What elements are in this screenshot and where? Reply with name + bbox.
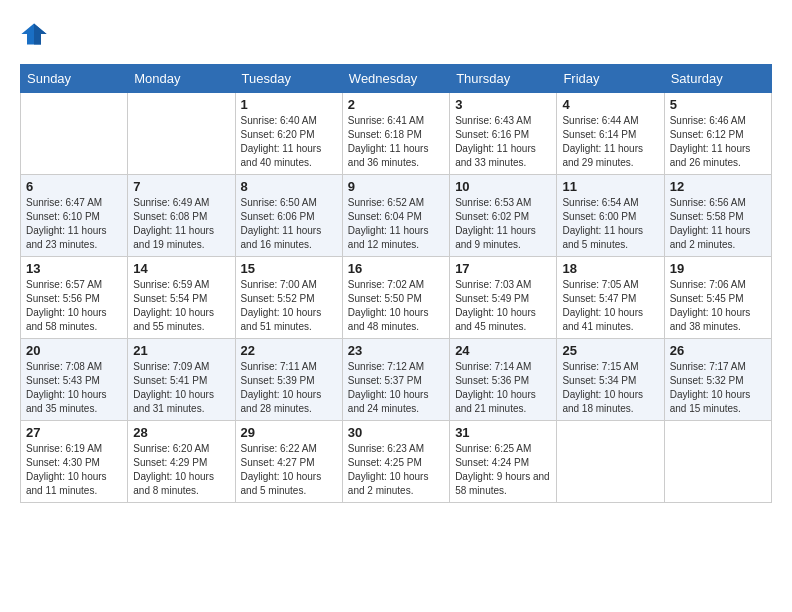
calendar-cell: 29Sunrise: 6:22 AM Sunset: 4:27 PM Dayli… [235, 421, 342, 503]
day-number: 9 [348, 179, 444, 194]
column-header-friday: Friday [557, 65, 664, 93]
calendar-cell: 13Sunrise: 6:57 AM Sunset: 5:56 PM Dayli… [21, 257, 128, 339]
day-number: 30 [348, 425, 444, 440]
day-info: Sunrise: 7:09 AM Sunset: 5:41 PM Dayligh… [133, 360, 229, 416]
day-number: 23 [348, 343, 444, 358]
day-info: Sunrise: 7:11 AM Sunset: 5:39 PM Dayligh… [241, 360, 337, 416]
day-number: 25 [562, 343, 658, 358]
calendar-cell: 22Sunrise: 7:11 AM Sunset: 5:39 PM Dayli… [235, 339, 342, 421]
calendar-cell: 20Sunrise: 7:08 AM Sunset: 5:43 PM Dayli… [21, 339, 128, 421]
calendar-week-2: 6Sunrise: 6:47 AM Sunset: 6:10 PM Daylig… [21, 175, 772, 257]
calendar-cell: 15Sunrise: 7:00 AM Sunset: 5:52 PM Dayli… [235, 257, 342, 339]
calendar-cell: 7Sunrise: 6:49 AM Sunset: 6:08 PM Daylig… [128, 175, 235, 257]
day-number: 27 [26, 425, 122, 440]
day-info: Sunrise: 7:00 AM Sunset: 5:52 PM Dayligh… [241, 278, 337, 334]
day-info: Sunrise: 6:19 AM Sunset: 4:30 PM Dayligh… [26, 442, 122, 498]
day-number: 20 [26, 343, 122, 358]
svg-marker-1 [34, 24, 47, 45]
calendar-cell: 10Sunrise: 6:53 AM Sunset: 6:02 PM Dayli… [450, 175, 557, 257]
day-number: 26 [670, 343, 766, 358]
calendar-cell: 31Sunrise: 6:25 AM Sunset: 4:24 PM Dayli… [450, 421, 557, 503]
day-info: Sunrise: 6:22 AM Sunset: 4:27 PM Dayligh… [241, 442, 337, 498]
day-number: 22 [241, 343, 337, 358]
day-info: Sunrise: 6:25 AM Sunset: 4:24 PM Dayligh… [455, 442, 551, 498]
day-info: Sunrise: 6:54 AM Sunset: 6:00 PM Dayligh… [562, 196, 658, 252]
calendar-cell: 12Sunrise: 6:56 AM Sunset: 5:58 PM Dayli… [664, 175, 771, 257]
day-info: Sunrise: 6:56 AM Sunset: 5:58 PM Dayligh… [670, 196, 766, 252]
day-info: Sunrise: 6:59 AM Sunset: 5:54 PM Dayligh… [133, 278, 229, 334]
day-info: Sunrise: 6:20 AM Sunset: 4:29 PM Dayligh… [133, 442, 229, 498]
day-info: Sunrise: 7:06 AM Sunset: 5:45 PM Dayligh… [670, 278, 766, 334]
column-header-wednesday: Wednesday [342, 65, 449, 93]
day-info: Sunrise: 6:57 AM Sunset: 5:56 PM Dayligh… [26, 278, 122, 334]
column-header-sunday: Sunday [21, 65, 128, 93]
calendar-cell: 26Sunrise: 7:17 AM Sunset: 5:32 PM Dayli… [664, 339, 771, 421]
calendar-cell: 30Sunrise: 6:23 AM Sunset: 4:25 PM Dayli… [342, 421, 449, 503]
calendar-week-4: 20Sunrise: 7:08 AM Sunset: 5:43 PM Dayli… [21, 339, 772, 421]
calendar-cell [557, 421, 664, 503]
day-number: 21 [133, 343, 229, 358]
logo-icon [20, 20, 48, 48]
calendar-cell: 3Sunrise: 6:43 AM Sunset: 6:16 PM Daylig… [450, 93, 557, 175]
calendar-cell: 8Sunrise: 6:50 AM Sunset: 6:06 PM Daylig… [235, 175, 342, 257]
day-number: 24 [455, 343, 551, 358]
day-info: Sunrise: 7:08 AM Sunset: 5:43 PM Dayligh… [26, 360, 122, 416]
column-header-monday: Monday [128, 65, 235, 93]
day-info: Sunrise: 6:47 AM Sunset: 6:10 PM Dayligh… [26, 196, 122, 252]
day-info: Sunrise: 6:46 AM Sunset: 6:12 PM Dayligh… [670, 114, 766, 170]
calendar-cell: 25Sunrise: 7:15 AM Sunset: 5:34 PM Dayli… [557, 339, 664, 421]
day-number: 1 [241, 97, 337, 112]
calendar-cell: 6Sunrise: 6:47 AM Sunset: 6:10 PM Daylig… [21, 175, 128, 257]
day-info: Sunrise: 7:15 AM Sunset: 5:34 PM Dayligh… [562, 360, 658, 416]
calendar-cell: 23Sunrise: 7:12 AM Sunset: 5:37 PM Dayli… [342, 339, 449, 421]
day-info: Sunrise: 6:41 AM Sunset: 6:18 PM Dayligh… [348, 114, 444, 170]
day-info: Sunrise: 7:05 AM Sunset: 5:47 PM Dayligh… [562, 278, 658, 334]
column-header-saturday: Saturday [664, 65, 771, 93]
calendar-cell: 28Sunrise: 6:20 AM Sunset: 4:29 PM Dayli… [128, 421, 235, 503]
day-info: Sunrise: 6:43 AM Sunset: 6:16 PM Dayligh… [455, 114, 551, 170]
day-number: 15 [241, 261, 337, 276]
day-info: Sunrise: 7:12 AM Sunset: 5:37 PM Dayligh… [348, 360, 444, 416]
day-number: 18 [562, 261, 658, 276]
day-info: Sunrise: 6:53 AM Sunset: 6:02 PM Dayligh… [455, 196, 551, 252]
calendar-cell: 2Sunrise: 6:41 AM Sunset: 6:18 PM Daylig… [342, 93, 449, 175]
day-info: Sunrise: 6:50 AM Sunset: 6:06 PM Dayligh… [241, 196, 337, 252]
logo [20, 20, 52, 48]
calendar-cell: 9Sunrise: 6:52 AM Sunset: 6:04 PM Daylig… [342, 175, 449, 257]
column-header-thursday: Thursday [450, 65, 557, 93]
day-number: 17 [455, 261, 551, 276]
day-number: 11 [562, 179, 658, 194]
page-header [20, 20, 772, 48]
calendar-cell: 4Sunrise: 6:44 AM Sunset: 6:14 PM Daylig… [557, 93, 664, 175]
day-number: 4 [562, 97, 658, 112]
day-number: 3 [455, 97, 551, 112]
day-number: 14 [133, 261, 229, 276]
day-number: 31 [455, 425, 551, 440]
day-info: Sunrise: 6:40 AM Sunset: 6:20 PM Dayligh… [241, 114, 337, 170]
calendar-week-5: 27Sunrise: 6:19 AM Sunset: 4:30 PM Dayli… [21, 421, 772, 503]
day-number: 29 [241, 425, 337, 440]
calendar-table: SundayMondayTuesdayWednesdayThursdayFrid… [20, 64, 772, 503]
day-info: Sunrise: 6:49 AM Sunset: 6:08 PM Dayligh… [133, 196, 229, 252]
day-number: 12 [670, 179, 766, 194]
calendar-week-3: 13Sunrise: 6:57 AM Sunset: 5:56 PM Dayli… [21, 257, 772, 339]
day-number: 2 [348, 97, 444, 112]
calendar-cell: 21Sunrise: 7:09 AM Sunset: 5:41 PM Dayli… [128, 339, 235, 421]
calendar-cell [128, 93, 235, 175]
calendar-cell: 14Sunrise: 6:59 AM Sunset: 5:54 PM Dayli… [128, 257, 235, 339]
day-number: 19 [670, 261, 766, 276]
day-number: 10 [455, 179, 551, 194]
day-info: Sunrise: 7:03 AM Sunset: 5:49 PM Dayligh… [455, 278, 551, 334]
day-number: 7 [133, 179, 229, 194]
calendar-cell: 11Sunrise: 6:54 AM Sunset: 6:00 PM Dayli… [557, 175, 664, 257]
calendar-cell [21, 93, 128, 175]
calendar-cell: 17Sunrise: 7:03 AM Sunset: 5:49 PM Dayli… [450, 257, 557, 339]
calendar-cell: 5Sunrise: 6:46 AM Sunset: 6:12 PM Daylig… [664, 93, 771, 175]
day-info: Sunrise: 7:17 AM Sunset: 5:32 PM Dayligh… [670, 360, 766, 416]
calendar-cell: 18Sunrise: 7:05 AM Sunset: 5:47 PM Dayli… [557, 257, 664, 339]
day-number: 16 [348, 261, 444, 276]
column-header-tuesday: Tuesday [235, 65, 342, 93]
day-number: 13 [26, 261, 122, 276]
day-number: 28 [133, 425, 229, 440]
calendar-cell: 24Sunrise: 7:14 AM Sunset: 5:36 PM Dayli… [450, 339, 557, 421]
